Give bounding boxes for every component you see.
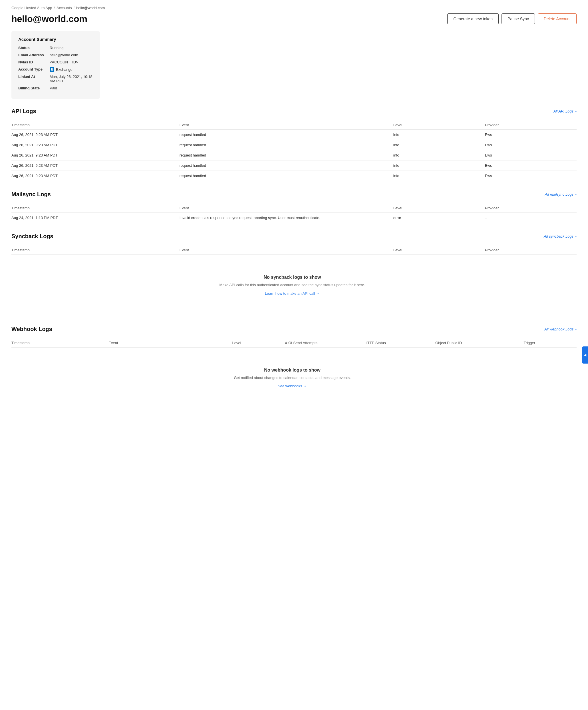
syncback-empty-state: No syncback logs to show Make API calls … [11,258,573,313]
pause-sync-button[interactable]: Pause Sync [501,14,535,24]
mailsync-logs-link[interactable]: All mailsync Logs » [545,192,577,196]
mailsync-cell-event: Invalid credentials response to sync req… [179,213,393,223]
mailsync-col-provider: Provider [485,204,577,213]
mailsync-col-event: Event [179,204,393,213]
webhook-logs-link[interactable]: All webhook Logs » [544,327,577,331]
syncback-logs-table: Timestamp Event Level Provider No syncba… [11,245,577,315]
breadcrumb-sep1: / [54,6,55,10]
syncback-col-level: Level [393,245,485,255]
api-cell-level: info [393,161,485,171]
mailsync-logs-body: Aug 24, 2021, 1:13 PM PDT Invalid creden… [11,213,577,223]
webhook-logs-section: Webhook Logs All webhook Logs » Timestam… [11,326,577,408]
summary-value-email: hello@world.com [50,53,78,57]
summary-row-billing-state: Billing State Paid [18,86,93,90]
summary-value-linked-at: Mon, July 26, 2021, 10:18 AM PDT [50,74,93,83]
table-row: Aug 26, 2021, 9:23 AM PDT request handle… [11,171,577,181]
api-cell-provider: Ews [485,140,577,150]
api-cell-provider: Ews [485,150,577,161]
webhook-logs-header: Webhook Logs All webhook Logs » [11,326,577,335]
table-row: Aug 26, 2021, 9:23 AM PDT request handle… [11,161,577,171]
breadcrumb-root[interactable]: Google Hosted Auth App [11,6,52,10]
webhook-empty-title: No webhook logs to show [17,368,567,373]
summary-row-nylas-id: Nylas ID <ACCOUNT_ID> [18,60,93,64]
syncback-empty-title: No syncback logs to show [17,275,567,280]
summary-value-account-type: Exchange [50,67,73,72]
api-logs-header: API Logs All API Logs » [11,108,577,117]
syncback-col-provider: Provider [485,245,577,255]
summary-label-billing-state: Billing State [18,86,50,90]
breadcrumb-current: hello@world.com [76,6,105,10]
mailsync-cell-provider: -- [485,213,577,223]
breadcrumb-accounts[interactable]: Accounts [56,6,72,10]
mailsync-logs-header: Mailsync Logs All mailsync Logs » [11,191,577,200]
api-logs-title: API Logs [11,108,36,115]
api-cell-level: info [393,171,485,181]
api-col-level: Level [393,120,485,130]
account-summary-title: Account Summary [18,37,93,42]
api-cell-timestamp: Aug 26, 2021, 9:23 AM PDT [11,171,179,181]
sidebar-handle[interactable] [582,347,588,363]
api-cell-level: info [393,140,485,150]
webhook-col-httpstatus: HTTP Status [365,338,436,348]
breadcrumb: Google Hosted Auth App / Accounts / hell… [11,6,577,10]
table-row: Aug 24, 2021, 1:13 PM PDT Invalid creden… [11,213,577,223]
mailsync-col-timestamp: Timestamp [11,204,179,213]
api-cell-timestamp: Aug 26, 2021, 9:23 AM PDT [11,150,179,161]
summary-value-nylas-id: <ACCOUNT_ID> [50,60,78,64]
webhook-col-timestamp: Timestamp [11,338,108,348]
summary-label-linked-at: Linked At [18,74,50,79]
mailsync-logs-table: Timestamp Event Level Provider Aug 24, 2… [11,204,577,223]
generate-token-button[interactable]: Generate a new token [447,14,499,24]
api-logs-section: API Logs All API Logs » Timestamp Event … [11,108,577,181]
api-cell-event: request handled [179,161,393,171]
webhook-empty-desc: Get notified about changes to calendar, … [17,375,567,381]
delete-account-button[interactable]: Delete Account [538,14,577,24]
header-actions: Generate a new token Pause Sync Delete A… [447,14,577,24]
breadcrumb-sep2: / [74,6,75,10]
api-logs-header-row: Timestamp Event Level Provider [11,120,577,130]
api-cell-event: request handled [179,171,393,181]
webhook-col-sendattempts: # Of Send Attempts [285,338,365,348]
api-cell-event: request handled [179,140,393,150]
summary-value-billing-state: Paid [50,86,57,90]
api-col-timestamp: Timestamp [11,120,179,130]
webhook-empty-link[interactable]: See webhooks → [278,384,307,388]
syncback-logs-link[interactable]: All syncback Logs » [544,234,577,238]
api-cell-timestamp: Aug 26, 2021, 9:23 AM PDT [11,130,179,140]
summary-label-nylas-id: Nylas ID [18,60,50,64]
webhook-logs-header-row: Timestamp Event Level # Of Send Attempts… [11,338,577,348]
webhook-col-level: Level [232,338,285,348]
api-col-provider: Provider [485,120,577,130]
page-title: hello@world.com [11,14,87,24]
api-cell-provider: Ews [485,171,577,181]
webhook-empty-state: No webhook logs to show Get notified abo… [11,350,573,406]
webhook-col-trigger: Trigger [523,338,577,348]
webhook-logs-title: Webhook Logs [11,326,52,332]
webhook-col-event: Event [108,338,232,348]
syncback-logs-section: Syncback Logs All syncback Logs » Timest… [11,233,577,315]
syncback-empty-desc: Make API calls for this authenticated ac… [17,282,567,288]
api-cell-timestamp: Aug 26, 2021, 9:23 AM PDT [11,140,179,150]
syncback-empty-link[interactable]: Learn how to make an API call → [265,291,320,295]
mailsync-logs-title: Mailsync Logs [11,191,51,198]
summary-label-status: Status [18,46,50,50]
syncback-logs-title: Syncback Logs [11,233,53,240]
api-cell-level: info [393,150,485,161]
mailsync-cell-timestamp: Aug 24, 2021, 1:13 PM PDT [11,213,179,223]
account-summary: Account Summary Status Running Email Add… [11,31,100,99]
syncback-logs-header: Syncback Logs All syncback Logs » [11,233,577,242]
api-cell-provider: Ews [485,161,577,171]
api-col-event: Event [179,120,393,130]
mailsync-col-level: Level [393,204,485,213]
mailsync-cell-level: error [393,213,485,223]
syncback-empty-row: No syncback logs to show Make API calls … [11,255,577,315]
mailsync-logs-header-row: Timestamp Event Level Provider [11,204,577,213]
summary-value-status: Running [50,46,64,50]
webhook-logs-body: No webhook logs to show Get notified abo… [11,347,577,408]
api-cell-timestamp: Aug 26, 2021, 9:23 AM PDT [11,161,179,171]
summary-row-account-type: Account Type Exchange [18,67,93,72]
syncback-col-timestamp: Timestamp [11,245,179,255]
summary-label-email: Email Address [18,53,50,57]
api-logs-link[interactable]: All API Logs » [554,109,577,113]
summary-row-status: Status Running [18,46,93,50]
